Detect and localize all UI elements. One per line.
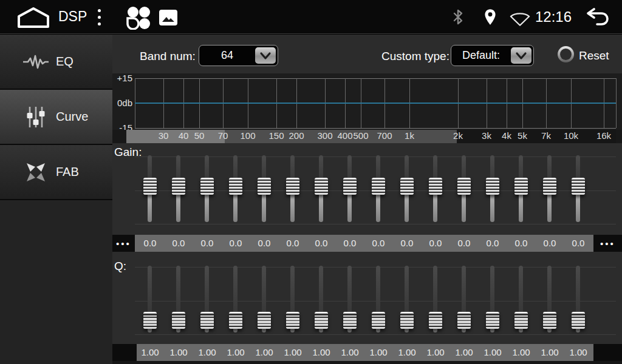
- q-slider-thumb[interactable]: [543, 312, 556, 329]
- chevron-down-icon[interactable]: [255, 47, 276, 64]
- q-slider[interactable]: [400, 266, 414, 332]
- q-slider-thumb[interactable]: [286, 312, 299, 329]
- gain-slider[interactable]: [343, 155, 357, 222]
- q-slider[interactable]: [372, 266, 385, 332]
- gridline: [135, 128, 616, 129]
- q-slider[interactable]: [172, 266, 185, 332]
- chevron-down-icon[interactable]: [511, 47, 531, 64]
- q-slider[interactable]: [200, 266, 214, 332]
- q-slider[interactable]: [143, 266, 157, 332]
- gain-slider[interactable]: [486, 155, 499, 222]
- q-slider-thumb[interactable]: [143, 312, 157, 329]
- q-slider[interactable]: [543, 266, 556, 332]
- gain-slider[interactable]: [143, 155, 157, 222]
- gain-value: 0.0: [251, 238, 278, 248]
- reset-label: Reset: [579, 49, 609, 62]
- back-icon[interactable]: [582, 8, 610, 27]
- q-slider[interactable]: [429, 266, 442, 332]
- q-value: 1.00: [565, 347, 592, 357]
- custom-type-value: Default:: [451, 49, 511, 62]
- gain-scroll-right-button[interactable]: •••: [593, 235, 622, 252]
- q-slider-thumb[interactable]: [372, 312, 385, 329]
- menu-dots-icon[interactable]: [98, 9, 101, 29]
- q-slider[interactable]: [286, 266, 299, 332]
- sidebar-item-eq[interactable]: EQ: [0, 35, 112, 89]
- gain-slider-thumb[interactable]: [172, 178, 185, 195]
- gain-slider-thumb[interactable]: [372, 178, 385, 195]
- q-slider-thumb[interactable]: [229, 312, 242, 329]
- q-slider-thumb[interactable]: [429, 312, 442, 329]
- gain-slider-thumb[interactable]: [572, 178, 585, 195]
- gain-slider[interactable]: [372, 155, 385, 222]
- sliders-icon: [22, 106, 50, 129]
- custom-type-select[interactable]: Default:: [451, 45, 534, 66]
- gain-slider-thumb[interactable]: [343, 178, 357, 195]
- q-slider-thumb[interactable]: [514, 312, 528, 329]
- q-slider[interactable]: [315, 266, 328, 332]
- freq-tick-label: 10k: [558, 130, 584, 141]
- q-slider[interactable]: [457, 266, 471, 332]
- gain-slider-thumb[interactable]: [229, 178, 242, 195]
- gain-slider[interactable]: [200, 155, 214, 222]
- apps-clover-icon[interactable]: [125, 5, 152, 30]
- q-scroll-right-button[interactable]: [593, 344, 622, 361]
- q-slider[interactable]: [486, 266, 499, 332]
- gain-slider[interactable]: [572, 155, 585, 222]
- gain-slider[interactable]: [543, 155, 556, 222]
- eq-graph: +150db-15: [112, 73, 622, 130]
- q-slider-thumb[interactable]: [343, 312, 357, 329]
- gain-slider[interactable]: [229, 155, 242, 222]
- q-slider-thumb[interactable]: [315, 312, 328, 329]
- gain-slider-thumb[interactable]: [486, 178, 499, 195]
- gain-slider[interactable]: [457, 155, 471, 222]
- q-slider-thumb[interactable]: [258, 312, 271, 329]
- gain-slider[interactable]: [400, 155, 414, 222]
- gain-value: 0.0: [394, 238, 420, 248]
- gain-slider-thumb[interactable]: [286, 178, 299, 195]
- q-slider[interactable]: [258, 266, 271, 332]
- freq-tick-label: 2k: [445, 130, 471, 141]
- q-scroll-left-button[interactable]: [112, 344, 137, 361]
- q-value: 1.00: [279, 347, 306, 357]
- q-slider-thumb[interactable]: [400, 312, 414, 329]
- gain-value: 0.0: [536, 238, 563, 248]
- gain-slider-thumb[interactable]: [543, 178, 556, 195]
- gallery-icon[interactable]: [159, 9, 178, 26]
- freq-tick-label: 70: [210, 130, 236, 141]
- gain-scroll-left-button[interactable]: •••: [112, 235, 135, 252]
- q-slider-thumb[interactable]: [172, 312, 185, 329]
- wifi-icon: [509, 11, 531, 27]
- home-icon[interactable]: [17, 7, 50, 29]
- gain-slider-thumb[interactable]: [315, 178, 328, 195]
- q-slider[interactable]: [229, 266, 242, 332]
- gridline: [616, 78, 617, 128]
- q-slider[interactable]: [572, 266, 585, 332]
- gain-slider-thumb[interactable]: [143, 178, 157, 195]
- gain-slider-thumb[interactable]: [514, 178, 528, 195]
- q-slider-thumb[interactable]: [486, 312, 499, 329]
- gain-slider-thumb[interactable]: [400, 178, 414, 195]
- q-slider[interactable]: [514, 266, 528, 332]
- gain-slider[interactable]: [429, 155, 442, 222]
- q-slider-thumb[interactable]: [457, 312, 471, 329]
- gain-slider[interactable]: [286, 155, 299, 222]
- q-value: 1.00: [394, 347, 420, 357]
- sidebar-item-curve[interactable]: Curve: [0, 90, 112, 144]
- reset-button[interactable]: [558, 46, 574, 62]
- band-num-select[interactable]: 64: [199, 45, 278, 66]
- gain-slider[interactable]: [172, 155, 185, 222]
- gain-slider-thumb[interactable]: [258, 178, 271, 195]
- gain-slider-thumb[interactable]: [457, 178, 471, 195]
- gain-slider-thumb[interactable]: [200, 178, 214, 195]
- q-slider-thumb[interactable]: [200, 312, 214, 329]
- q-slider[interactable]: [343, 266, 357, 332]
- gain-slider[interactable]: [258, 155, 271, 222]
- gain-slider-thumb[interactable]: [429, 178, 442, 195]
- frequency-axis[interactable]: 304050701001502003004005007001k2k3k4k5k7…: [112, 130, 622, 143]
- sidebar-item-fab[interactable]: FAB: [0, 145, 112, 199]
- gain-value: 0.0: [308, 238, 335, 248]
- gain-slider[interactable]: [514, 155, 528, 222]
- q-value: 1.00: [222, 347, 249, 357]
- gain-slider[interactable]: [315, 155, 328, 222]
- q-slider-thumb[interactable]: [572, 312, 585, 329]
